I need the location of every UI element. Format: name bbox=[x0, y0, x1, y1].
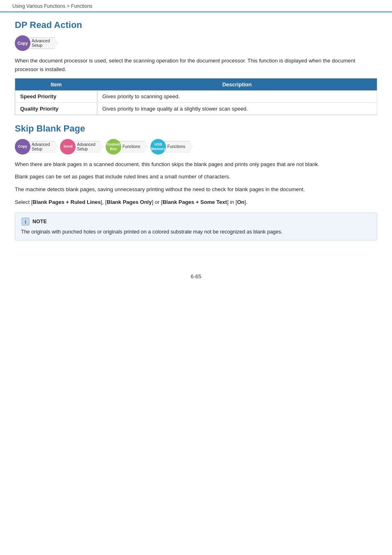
note-text: The originals with punched holes or orig… bbox=[21, 229, 283, 235]
note-header: i NOTE bbox=[21, 217, 371, 226]
note-label: NOTE bbox=[32, 217, 47, 226]
copy-tab: AdvancedSetup bbox=[29, 141, 58, 153]
section2-para1: When there are blank pages in a scanned … bbox=[15, 160, 377, 169]
table-row: Speed PriorityGives priority to scanning… bbox=[15, 90, 377, 103]
section2-badge-row: CopyAdvancedSetupSendAdvancedSetupCustom… bbox=[15, 139, 377, 155]
svg-text:i: i bbox=[25, 219, 26, 225]
note-icon: i bbox=[21, 217, 30, 226]
copy-badge: Copy bbox=[15, 35, 30, 51]
table-cell-item: Speed Priority bbox=[15, 90, 97, 103]
table-header-item: Item bbox=[15, 78, 97, 90]
note-box: i NOTE The originals with punched holes … bbox=[15, 213, 377, 240]
custom-tab: Functions bbox=[120, 141, 148, 153]
section1-badge-row: Copy AdvancedSetup bbox=[15, 35, 377, 51]
breadcrumb: Using Various Functions > Functions bbox=[12, 3, 92, 9]
section2-title: Skip Blank Page bbox=[15, 123, 377, 134]
badge-group-usb: USBMemoryFunctions bbox=[150, 139, 193, 155]
section1-table: Item Description Speed PriorityGives pri… bbox=[15, 78, 377, 115]
badge-group-copy: CopyAdvancedSetup bbox=[15, 139, 58, 155]
table-cell-description: Gives priority to image quality at a sli… bbox=[97, 102, 377, 115]
table-header-description: Description bbox=[97, 78, 377, 90]
table-row: Quality PriorityGives priority to image … bbox=[15, 102, 377, 115]
send-tab: AdvancedSetup bbox=[74, 141, 103, 153]
section2-para2: Blank pages can be set as pages that inc… bbox=[15, 173, 377, 181]
send-badge: Send bbox=[60, 139, 76, 155]
advanced-setup-tab-1: AdvancedSetup bbox=[29, 37, 58, 49]
section1-description: When the document processor is used, sel… bbox=[15, 57, 377, 74]
custom-badge: CustomBox bbox=[106, 139, 121, 155]
table-cell-description: Gives priority to scanning speed. bbox=[97, 90, 377, 103]
page-number: 6-65 bbox=[0, 273, 392, 280]
copy-badge: Copy bbox=[15, 139, 30, 155]
table-cell-item: Quality Priority bbox=[15, 102, 97, 115]
badge-group-custom: CustomBoxFunctions bbox=[106, 139, 148, 155]
section2-select-instruction: Select [Blank Pages + Ruled Lines], [Bla… bbox=[15, 198, 377, 207]
usb-tab: Functions bbox=[164, 141, 193, 153]
section1-title: DP Read Action bbox=[15, 20, 377, 30]
section2-para3: The machine detects blank pages, saving … bbox=[15, 185, 377, 194]
badge-group-send: SendAdvancedSetup bbox=[60, 139, 103, 155]
usb-badge: USBMemory bbox=[150, 139, 166, 155]
top-bar: Using Various Functions > Functions bbox=[0, 0, 392, 12]
section1-badge-group: Copy AdvancedSetup bbox=[15, 35, 58, 51]
